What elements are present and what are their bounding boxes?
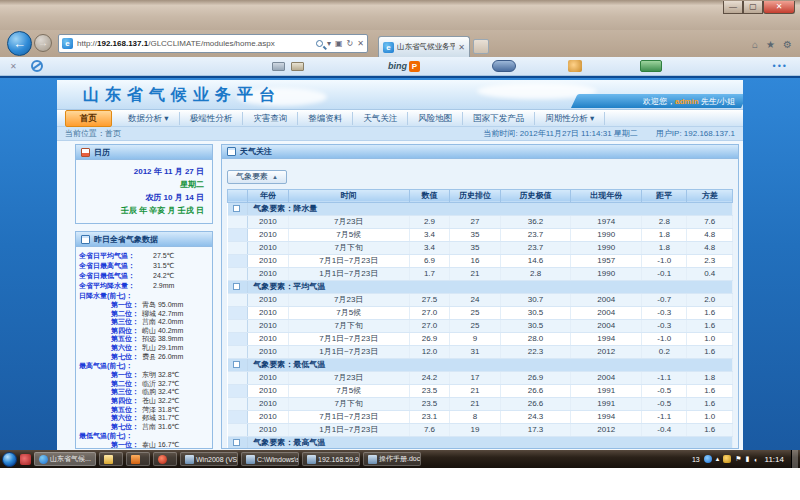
hidden-icons-arrow[interactable]: ▴	[716, 455, 720, 463]
element-filter-button[interactable]: 气象要素▲	[227, 170, 287, 184]
nav-item-5[interactable]: 整编资料	[298, 112, 353, 125]
nav-item-8[interactable]: 国家下发产品	[463, 112, 535, 125]
cell: 2004	[571, 293, 642, 306]
table-row[interactable]: 20107月下旬3.43523.719901.84.8	[228, 241, 733, 254]
expand-icon[interactable]	[233, 361, 240, 368]
column-header-3[interactable]: 数值	[409, 189, 449, 202]
stop-icon[interactable]: ✕	[357, 39, 364, 48]
column-header-5[interactable]: 历史极值	[500, 189, 571, 202]
titlebar[interactable]: — ▢ ✕	[0, 0, 800, 30]
nav-item-1[interactable]: 首页	[65, 110, 112, 127]
tab-close-icon[interactable]: ✕	[458, 43, 465, 52]
cell: 31	[450, 345, 501, 358]
mail-icon[interactable]	[291, 62, 304, 71]
column-header-7[interactable]: 距平	[642, 189, 687, 202]
table-row[interactable]: 20107月23日24.21726.92004-1.11.8	[228, 371, 733, 384]
start-button[interactable]	[2, 452, 17, 467]
network-icon[interactable]: ▮	[745, 455, 749, 463]
close-button[interactable]: ✕	[763, 1, 795, 14]
taskbar-window-button-4[interactable]: 操作手册.docx ...	[363, 452, 421, 466]
favorites-star-icon[interactable]: ★	[766, 39, 775, 50]
compatibility-icon[interactable]: ▣	[335, 39, 343, 48]
pinned-app-icon[interactable]	[20, 454, 31, 465]
table-row[interactable]: 20107月下旬23.52126.61991-0.51.6	[228, 397, 733, 410]
volume-icon[interactable]: ◖	[753, 456, 757, 463]
taskbar-window-button-3[interactable]: 192.168.59.99...	[302, 452, 360, 466]
security-icon[interactable]	[723, 455, 731, 463]
show-desktop-button[interactable]	[791, 450, 798, 468]
table-row[interactable]: 20107月5候27.02530.52004-0.31.6	[228, 306, 733, 319]
taskbar-clock[interactable]: 11:14	[765, 455, 784, 464]
group-row[interactable]: 气象要素：最高气温	[228, 436, 733, 449]
expand-icon[interactable]	[233, 283, 240, 290]
rank-label: 第四位：	[79, 327, 139, 336]
taskbar-app-button-1[interactable]	[126, 452, 150, 466]
maximize-button[interactable]: ▢	[743, 1, 763, 14]
table-row[interactable]: 20107月1日~7月23日6.91614.61957-1.02.3	[228, 254, 733, 267]
forward-button[interactable]: →	[34, 34, 52, 52]
cell: 2004	[571, 371, 642, 384]
table-row[interactable]: 20107月5候23.52126.61991-0.51.6	[228, 384, 733, 397]
page-header: 山东省气候业务平台 欢迎您，admin 先生/小姐	[57, 80, 743, 110]
status-time: 当前时间: 2012年11月27日 11:14:31 星期二	[483, 128, 637, 139]
table-row[interactable]: 20107月23日27.52430.72004-0.72.0	[228, 293, 733, 306]
nav-item-7[interactable]: 风险地图	[408, 112, 463, 125]
back-button[interactable]: ←	[7, 31, 32, 56]
blocked-icon[interactable]	[31, 60, 43, 72]
rank-value: 费县 26.0mm	[142, 353, 183, 362]
group-row[interactable]: 气象要素：降水量	[228, 202, 733, 215]
nav-item-3[interactable]: 极端性分析	[180, 112, 244, 125]
search-dropdown-icon[interactable]: ▾	[327, 39, 331, 48]
table-row[interactable]: 20107月23日2.92736.219742.87.6	[228, 215, 733, 228]
row-gutter	[228, 423, 248, 436]
toolbar-plugin-icon-3[interactable]	[640, 60, 662, 72]
expand-icon[interactable]	[233, 205, 240, 212]
table-row[interactable]: 20107月1日~7月23日23.1824.31994-1.11.0	[228, 410, 733, 423]
action-center-flag-icon[interactable]: ⚑	[735, 455, 741, 463]
taskbar-ie-button[interactable]: 山东省气候...	[34, 452, 96, 466]
expand-icon[interactable]	[233, 439, 240, 446]
address-bar[interactable]: e http://192.168.137.1/GLCCLIMATE/module…	[58, 34, 368, 53]
new-tab-button[interactable]	[473, 39, 489, 54]
toolbar-plugin-icon-2[interactable]	[568, 60, 582, 72]
taskbar-app-button-2[interactable]	[153, 452, 177, 466]
column-header-4[interactable]: 历史排位	[450, 189, 501, 202]
cell: 23.7	[500, 241, 571, 254]
settings-gear-icon[interactable]: ⚙	[783, 39, 792, 50]
group-row[interactable]: 气象要素：最低气温	[228, 358, 733, 371]
taskbar-window-button-1[interactable]: Win2008 (VS2...	[180, 452, 238, 466]
column-header-6[interactable]: 出现年份	[571, 189, 642, 202]
tray-app-icon[interactable]	[704, 455, 712, 463]
taskbar-window-button-2[interactable]: C:\Windows\s...	[241, 452, 299, 466]
home-icon[interactable]: ⌂	[752, 39, 758, 50]
table-row[interactable]: 20101月1日~7月23日12.03122.320120.21.6	[228, 345, 733, 358]
rank-line: 第六位：乳山 29.1mm	[79, 344, 207, 353]
toolbar-plugin-icon-1[interactable]	[492, 60, 516, 72]
column-header-1[interactable]: 年份	[248, 189, 288, 202]
table-row[interactable]: 20107月5候3.43523.719901.84.8	[228, 228, 733, 241]
minimize-button[interactable]: —	[723, 1, 743, 14]
card-icon[interactable]	[272, 62, 285, 71]
column-header-8[interactable]: 方差	[687, 189, 733, 202]
browser-tab[interactable]: e 山东省气候业务平... ✕	[378, 36, 470, 57]
table-row[interactable]: 20101月1日~7月23日7.61917.32012-0.41.6	[228, 423, 733, 436]
url-text[interactable]: http://192.168.137.1/GLCCLIMATE/modules/…	[77, 39, 316, 48]
toolbar-overflow-icon[interactable]: •••	[773, 61, 788, 71]
table-row[interactable]: 20107月下旬27.02530.52004-0.31.6	[228, 319, 733, 332]
group-row[interactable]: 气象要素：平均气温	[228, 280, 733, 293]
table-row[interactable]: 20101月1日~7月23日1.7212.81990-0.10.4	[228, 267, 733, 280]
table-row[interactable]: 20107月1日~7月23日26.9928.01994-1.01.0	[228, 332, 733, 345]
nav-item-4[interactable]: 灾害查询	[243, 112, 298, 125]
cell: 7月5候	[288, 384, 409, 397]
close-toolbar-icon[interactable]: ✕	[10, 62, 17, 71]
bing-toolbar[interactable]: bing P	[388, 61, 420, 72]
nav-item-9[interactable]: 周期性分析 ▾	[535, 112, 605, 125]
nav-item-2[interactable]: 数据分析 ▾	[118, 112, 180, 125]
refresh-icon[interactable]: ↻	[347, 39, 354, 48]
cell: 21	[450, 397, 501, 410]
column-header-2[interactable]: 时间	[288, 189, 409, 202]
search-icon[interactable]	[316, 40, 323, 47]
taskbar-explorer-button[interactable]	[99, 452, 123, 466]
nav-item-6[interactable]: 天气关注	[353, 112, 408, 125]
calendar-icon	[81, 148, 90, 157]
